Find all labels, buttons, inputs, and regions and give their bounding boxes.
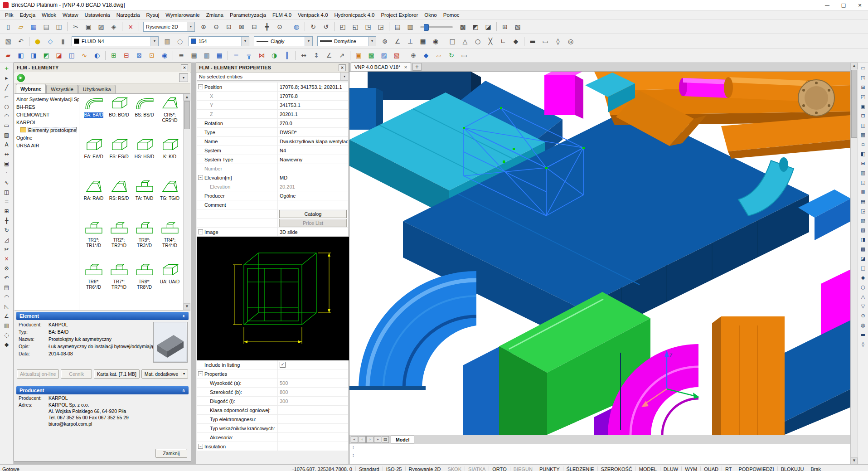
flm-round-duct-icon[interactable]: ◐ bbox=[91, 49, 103, 61]
right-tool-17-icon[interactable]: ▧ bbox=[858, 216, 868, 225]
lineweight-select[interactable]: Domyślne ▾ bbox=[317, 36, 376, 46]
minimize-button[interactable]: — bbox=[819, 0, 835, 10]
property-row[interactable]: − Typ wskaźników krańcowych: ✓ bbox=[197, 424, 348, 433]
elements-tab[interactable]: Wybrane bbox=[16, 84, 46, 93]
status-toggle[interactable]: PUNKTY bbox=[536, 466, 563, 471]
status-toggle[interactable]: Brak bbox=[807, 466, 824, 471]
lineweight-display-icon[interactable]: ▬ bbox=[527, 35, 538, 47]
status-toggle[interactable]: BIEGUN bbox=[510, 466, 536, 471]
osnap-perpendicular-icon[interactable]: ∟ bbox=[497, 35, 509, 47]
close-panel-button[interactable]: Zamknij bbox=[155, 449, 187, 458]
zoom-previous-icon[interactable]: ⊟ bbox=[248, 21, 260, 33]
refresh-catalog-button[interactable]: ▶ bbox=[17, 74, 25, 82]
flm-tag-icon[interactable]: ▥ bbox=[201, 49, 213, 61]
text-icon[interactable]: A bbox=[2, 140, 12, 149]
property-row[interactable]: − Klasa odporności ogniowej: ✓ bbox=[197, 406, 348, 415]
status-field[interactable]: Rysowanie 2D bbox=[405, 466, 444, 471]
spline-icon[interactable]: ∿ bbox=[2, 178, 12, 187]
pricelist-button[interactable]: Cennik ▾ bbox=[61, 369, 92, 379]
expander-icon[interactable]: − bbox=[198, 371, 203, 376]
flm-flex-duct-icon[interactable]: ∿ bbox=[78, 49, 90, 61]
maximize-button[interactable]: □ bbox=[835, 0, 852, 10]
producer-section-header[interactable]: Producent « bbox=[16, 386, 189, 394]
close-icon[interactable]: × bbox=[181, 64, 188, 71]
right-tool-22-icon[interactable]: □ bbox=[858, 264, 868, 272]
right-tool-13-icon[interactable]: ◱ bbox=[858, 178, 868, 187]
prev-layout-button[interactable]: ‹ bbox=[359, 436, 366, 443]
property-row[interactable]: − ✓ Catalog bbox=[197, 209, 348, 219]
layers-explorer-icon[interactable]: ▤ bbox=[392, 21, 403, 33]
element-grid-item[interactable]: TR3*: TR3*/D bbox=[132, 221, 157, 261]
flm-tee-icon[interactable]: ◩ bbox=[40, 49, 52, 61]
tools-config-icon[interactable]: ◆ bbox=[420, 49, 432, 61]
dim-linear-icon[interactable]: ↔ bbox=[298, 49, 310, 61]
property-value[interactable]: 20201.1 bbox=[280, 112, 298, 117]
property-row[interactable]: − Akcesoria: ✓ bbox=[197, 433, 348, 442]
flm-section-icon[interactable]: ▤ bbox=[188, 49, 200, 61]
wireframe-icon[interactable]: ◪ bbox=[482, 21, 494, 33]
property-row[interactable]: − Insulation ✓ bbox=[197, 442, 348, 451]
property-value[interactable]: Nawiewny bbox=[280, 157, 302, 162]
view-iso-icon[interactable]: ◲ bbox=[375, 21, 387, 33]
view-right-icon[interactable]: ◳ bbox=[362, 21, 374, 33]
osnap-center-icon[interactable]: ○ bbox=[472, 35, 484, 47]
property-row[interactable]: − Długość (l): ✓ 300 bbox=[197, 397, 348, 406]
chamfer-icon[interactable]: ◺ bbox=[2, 302, 12, 311]
element-grid-item[interactable]: TG: TG/D bbox=[157, 179, 182, 219]
property-row[interactable]: − Y ✓ 341753.1 bbox=[197, 101, 348, 110]
polyline-icon[interactable]: ⌐ bbox=[2, 92, 12, 101]
menu-item[interactable]: Okno bbox=[421, 11, 440, 19]
right-tool-03-icon[interactable]: ⊞ bbox=[858, 83, 868, 92]
menu-item[interactable]: Wstaw bbox=[59, 11, 82, 19]
right-tool-19-icon[interactable]: ◨ bbox=[858, 235, 868, 244]
right-tool-30-icon[interactable]: ◊ bbox=[858, 340, 868, 349]
element-grid-scrollbar[interactable]: ▲ ▼ bbox=[183, 94, 190, 310]
catalog-tree-item[interactable]: BH-RES bbox=[15, 103, 79, 111]
status-toggle[interactable]: RT bbox=[722, 466, 735, 471]
element-grid-item[interactable]: RA: RA/D bbox=[81, 179, 106, 219]
isolate-icon[interactable]: ◌ bbox=[2, 330, 12, 339]
tools-update-icon[interactable]: ↻ bbox=[446, 49, 457, 61]
undo-icon[interactable]: ↶ bbox=[2, 273, 12, 282]
system-check-icon[interactable]: ▧ bbox=[391, 49, 402, 61]
scroll-thumb[interactable] bbox=[184, 101, 190, 129]
property-value[interactable]: 17076.8; 341753.1; 20201.1 bbox=[280, 84, 342, 90]
right-tool-05-icon[interactable]: ▣ bbox=[858, 102, 868, 111]
update-online-button[interactable]: Aktualizuj on-line ▾ bbox=[17, 369, 59, 379]
pipe-run-icon[interactable]: ═ bbox=[230, 49, 242, 61]
layer-lock-icon[interactable]: ▮ bbox=[57, 35, 69, 47]
entity-snap-icon[interactable]: ⊚ bbox=[379, 35, 391, 47]
leader-icon[interactable]: ↗ bbox=[336, 49, 348, 61]
catalog-button[interactable]: Catalog bbox=[279, 210, 347, 218]
property-value[interactable]: 270.0 bbox=[280, 121, 292, 126]
elements-tab[interactable]: Użytkownika bbox=[78, 85, 116, 93]
property-row[interactable]: − Typ elektromagnesu: ✓ bbox=[197, 415, 348, 424]
property-value[interactable]: 20.201 bbox=[280, 184, 295, 189]
open-file-icon[interactable]: ▱ bbox=[15, 21, 27, 33]
zoom-extents-icon[interactable]: ⊠ bbox=[236, 21, 247, 33]
property-row[interactable]: − Elevation[m] ✓ MD bbox=[197, 173, 348, 182]
model-layout-tab[interactable]: Model bbox=[391, 436, 414, 443]
expander-icon[interactable]: − bbox=[198, 229, 203, 234]
status-toggle[interactable]: QUAD bbox=[700, 466, 722, 471]
regen-icon[interactable]: ↺ bbox=[320, 21, 332, 33]
zoom-out-icon[interactable]: ⊖ bbox=[210, 21, 222, 33]
layer-freeze-icon[interactable]: ◇ bbox=[44, 35, 56, 47]
right-tool-15-icon[interactable]: ▤ bbox=[858, 197, 868, 206]
arc-icon[interactable]: ◠ bbox=[2, 112, 12, 120]
workspace-select[interactable]: Rysowanie 2D ▾ bbox=[143, 22, 195, 32]
property-row[interactable]: − System Type ✓ Nawiewny bbox=[197, 155, 348, 164]
menu-item[interactable]: Plik bbox=[2, 11, 17, 19]
right-tool-06-icon[interactable]: ⊡ bbox=[858, 112, 868, 120]
right-tool-07-icon[interactable]: ◫ bbox=[858, 121, 868, 130]
element-grid-item[interactable]: RS: RS/D bbox=[107, 179, 131, 219]
right-tool-26-icon[interactable]: ▽ bbox=[858, 302, 868, 311]
workspace-settings-icon[interactable]: ◎ bbox=[565, 35, 577, 47]
status-toggle[interactable]: ORTO bbox=[489, 466, 509, 471]
delete-icon[interactable]: × bbox=[125, 21, 136, 33]
menu-item[interactable]: FLM 4.0 bbox=[269, 11, 295, 19]
tools-catalog-icon[interactable]: ▱ bbox=[433, 49, 445, 61]
property-row[interactable]: − Producer ✓ Ogólne bbox=[197, 191, 348, 200]
status-toggle[interactable]: ŚLEDZENIE bbox=[563, 466, 597, 471]
property-row[interactable]: − Wysokość (a): ✓ 500 bbox=[197, 379, 348, 388]
